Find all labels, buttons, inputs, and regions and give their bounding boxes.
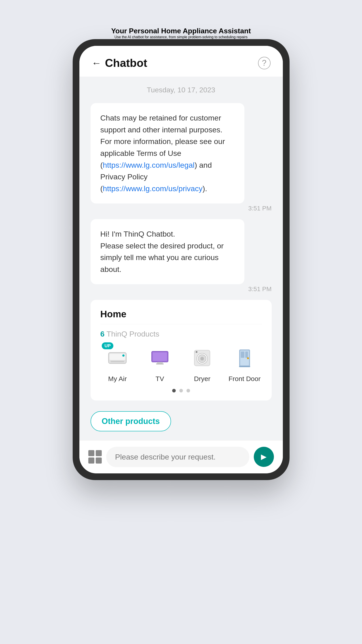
apps-cell-3: [88, 458, 94, 464]
svg-rect-15: [241, 352, 244, 358]
svg-point-12: [196, 351, 198, 353]
product-icon-air-wrapper: UP: [104, 344, 131, 372]
thinq-count-text: ThinQ Products: [106, 330, 159, 338]
product-icon-tv-wrapper: [146, 344, 173, 372]
chat-header-left: ← Chatbot: [92, 56, 147, 70]
product-item-tv[interactable]: TV: [143, 344, 177, 382]
svg-point-11: [200, 357, 204, 360]
chat-area: Tuesday, 10 17, 2023 Chats may be retain…: [80, 77, 283, 440]
chat-text-2: Hi! I'm ThinQ Chatbot.Please select the …: [100, 228, 235, 275]
tv-icon: [149, 347, 171, 369]
chatbot-title: Chatbot: [105, 56, 147, 70]
back-button[interactable]: ←: [92, 58, 102, 69]
thinq-count-num: 6: [100, 330, 105, 338]
chat-header: ← Chatbot ?: [80, 46, 283, 77]
product-item-air[interactable]: UP My Air: [100, 344, 135, 382]
svg-rect-2: [111, 361, 124, 362]
apps-cell-4: [96, 458, 102, 464]
message-input[interactable]: [106, 447, 249, 467]
product-card: Home 6 ThinQ Products UP: [90, 300, 272, 400]
hero-title: Your Personal Home Appliance Assistant: [111, 27, 251, 35]
chat-time-2: 3:51 PM: [90, 286, 272, 293]
send-icon: ►: [259, 452, 268, 462]
svg-rect-6: [157, 362, 163, 363]
svg-rect-7: [156, 363, 164, 364]
product-label-tv: TV: [156, 375, 164, 382]
chat-message-2: Hi! I'm ThinQ Chatbot.Please select the …: [90, 219, 272, 293]
dot-2: [179, 389, 183, 392]
svg-point-3: [122, 354, 124, 357]
dot-3: [186, 389, 190, 392]
phone-mockup: ← Chatbot ? Tuesday, 10 17, 2023 Chats m…: [73, 39, 290, 480]
pagination-dots: [100, 389, 262, 392]
product-label-door: Front Door: [228, 375, 260, 382]
chat-message-1: Chats may be retained for customer suppo…: [90, 103, 272, 212]
other-products-label: Other products: [102, 416, 160, 426]
product-label-dryer: Dryer: [194, 375, 210, 382]
help-icon: ?: [262, 58, 266, 68]
terms-link[interactable]: https://www.lg.com/us/legal: [103, 161, 194, 169]
send-button[interactable]: ►: [254, 447, 274, 467]
other-products-button[interactable]: Other products: [90, 411, 171, 431]
up-badge: UP: [102, 342, 113, 349]
chat-bubble-2: Hi! I'm ThinQ Chatbot.Please select the …: [90, 219, 244, 284]
product-icon-dryer-wrapper: [189, 344, 216, 372]
svg-rect-16: [245, 352, 248, 358]
chat-bubble-1: Chats may be retained for customer suppo…: [90, 103, 244, 204]
product-item-dryer[interactable]: Dryer: [185, 344, 220, 382]
apps-cell-1: [88, 450, 94, 456]
chat-date: Tuesday, 10 17, 2023: [90, 86, 272, 94]
privacy-link[interactable]: https://www.lg.com/us/privacy: [103, 184, 202, 193]
apps-cell-2: [96, 450, 102, 456]
product-item-door[interactable]: Front Door: [228, 344, 262, 382]
bottom-bar: ►: [80, 440, 283, 474]
dryer-icon: [191, 347, 213, 369]
svg-point-17: [247, 357, 249, 359]
svg-rect-18: [239, 366, 250, 367]
dot-1: [172, 389, 176, 392]
svg-rect-5: [153, 352, 167, 361]
products-row: UP My Air: [100, 344, 262, 382]
hero-subtitle: Use the AI chatbot for assistance, from …: [114, 35, 248, 39]
thinq-count: 6 ThinQ Products: [100, 330, 262, 338]
chat-time-1: 3:51 PM: [90, 205, 272, 212]
chat-text-1: Chats may be retained for customer suppo…: [100, 112, 235, 194]
phone-screen: ← Chatbot ? Tuesday, 10 17, 2023 Chats m…: [80, 46, 283, 474]
air-icon: [106, 347, 128, 369]
product-label-air: My Air: [108, 375, 127, 382]
product-icon-door-wrapper: [231, 344, 258, 372]
home-label: Home: [100, 309, 262, 324]
apps-icon[interactable]: [88, 450, 102, 464]
help-button[interactable]: ?: [258, 57, 270, 69]
door-icon: [234, 347, 256, 369]
